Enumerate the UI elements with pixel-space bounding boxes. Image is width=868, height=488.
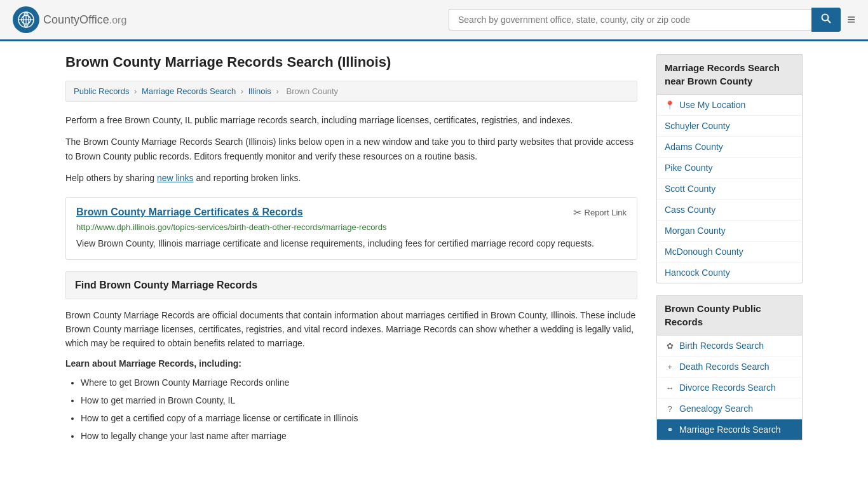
search-input[interactable] — [449, 9, 811, 30]
record-desc: View Brown County, Illinois marriage cer… — [76, 237, 627, 250]
search-area: ≡ — [449, 8, 855, 32]
find-section-body: Brown County Marriage Records are offici… — [65, 308, 637, 351]
sidebar-item-cass[interactable]: Cass County — [657, 200, 802, 220]
schuyler-county-link[interactable]: Schuyler County — [665, 121, 730, 131]
sidebar-item-mcdonough[interactable]: McDonough County — [657, 241, 802, 262]
morgan-county-link[interactable]: Morgan County — [665, 226, 726, 236]
logo-name: CountyOffice.org — [43, 13, 126, 27]
nearby-section: Marriage Records Search near Brown Count… — [656, 54, 803, 283]
sidebar-item-schuyler[interactable]: Schuyler County — [657, 116, 802, 137]
sidebar-item-morgan[interactable]: Morgan County — [657, 220, 802, 241]
breadcrumb: Public Records › Marriage Records Search… — [65, 81, 637, 102]
birth-records-link[interactable]: Birth Records Search — [679, 341, 764, 351]
use-my-location-link[interactable]: Use My Location — [679, 100, 745, 110]
nearby-section-header: Marriage Records Search near Brown Count… — [656, 54, 803, 94]
breadcrumb-illinois[interactable]: Illinois — [248, 86, 271, 96]
list-item: How to get married in Brown County, IL — [81, 391, 637, 409]
breadcrumb-public-records[interactable]: Public Records — [74, 86, 129, 96]
record-card: Brown County Marriage Certificates & Rec… — [65, 197, 637, 260]
svg-point-5 — [822, 15, 829, 21]
sidebar-item-pike[interactable]: Pike County — [657, 158, 802, 179]
sidebar-item-birth[interactable]: ✿ Birth Records Search — [657, 336, 802, 356]
death-records-icon: + — [665, 362, 675, 372]
report-icon: ✂ — [573, 207, 581, 219]
find-section-title: Find Brown County Marriage Records — [75, 280, 628, 291]
divorce-records-icon: ↔ — [665, 383, 675, 393]
marriage-records-icon: ⚭ — [665, 425, 675, 435]
list-item: Where to get Brown County Marriage Recor… — [81, 374, 637, 391]
sidebar-item-adams[interactable]: Adams County — [657, 137, 802, 158]
breadcrumb-marriage-records[interactable]: Marriage Records Search — [142, 86, 236, 96]
logo-icon — [13, 6, 39, 33]
sidebar-item-scott[interactable]: Scott County — [657, 179, 802, 200]
genealogy-icon: ? — [665, 404, 675, 414]
menu-button[interactable]: ≡ — [847, 11, 855, 28]
breadcrumb-brown-county: Brown County — [286, 86, 338, 96]
birth-records-icon: ✿ — [665, 341, 675, 351]
nearby-list: 📍 Use My Location Schuyler County Adams … — [656, 94, 803, 283]
new-links-link[interactable]: new links — [157, 173, 194, 183]
sidebar-item-marriage-active[interactable]: ⚭ Marriage Records Search — [657, 419, 802, 440]
public-records-section: Brown County Public Records ✿ Birth Reco… — [656, 295, 803, 440]
intro-paragraph-2: The Brown County Marriage Records Search… — [65, 135, 637, 163]
sidebar-item-hancock[interactable]: Hancock County — [657, 262, 802, 283]
report-link-btn[interactable]: ✂ Report Link — [573, 207, 627, 219]
mcdonough-county-link[interactable]: McDonough County — [665, 247, 743, 257]
learn-list: Where to get Brown County Marriage Recor… — [65, 374, 637, 445]
public-records-list: ✿ Birth Records Search + Death Records S… — [656, 335, 803, 440]
intro-paragraph-1: Perform a free Brown County, IL public m… — [65, 113, 637, 127]
learn-title: Learn about Marriage Records, including: — [65, 358, 637, 369]
page-title: Brown County Marriage Records Search (Il… — [65, 54, 637, 71]
sidebar-item-genealogy[interactable]: ? Genealogy Search — [657, 398, 802, 419]
sidebar-item-use-my-location[interactable]: 📍 Use My Location — [657, 95, 802, 116]
search-button[interactable] — [811, 8, 841, 32]
marriage-records-link[interactable]: Marriage Records Search — [679, 424, 781, 435]
adams-county-link[interactable]: Adams County — [665, 142, 723, 152]
genealogy-link[interactable]: Genealogy Search — [679, 403, 753, 414]
find-section-header: Find Brown County Marriage Records — [65, 271, 637, 299]
list-item: How to legally change your last name aft… — [81, 427, 637, 445]
svg-line-6 — [828, 20, 831, 24]
location-pin-icon: 📍 — [665, 100, 675, 110]
pike-county-link[interactable]: Pike County — [665, 163, 712, 173]
record-card-title[interactable]: Brown County Marriage Certificates & Rec… — [76, 207, 303, 218]
content-wrapper: Brown County Marriage Records Search (Il… — [53, 41, 815, 464]
divorce-records-link[interactable]: Divorce Records Search — [679, 383, 776, 393]
site-header: CountyOffice.org ≡ — [0, 0, 868, 41]
intro-paragraph-3: Help others by sharing new links and rep… — [65, 171, 637, 185]
sidebar-item-divorce[interactable]: ↔ Divorce Records Search — [657, 377, 802, 398]
record-url[interactable]: http://www.dph.illinois.gov/topics-servi… — [76, 222, 627, 232]
hancock-county-link[interactable]: Hancock County — [665, 268, 730, 278]
sidebar: Marriage Records Search near Brown Count… — [656, 54, 803, 452]
public-records-header: Brown County Public Records — [656, 295, 803, 335]
main-content: Brown County Marriage Records Search (Il… — [65, 54, 637, 452]
death-records-link[interactable]: Death Records Search — [679, 362, 770, 372]
list-item: How to get a certified copy of a marriag… — [81, 409, 637, 427]
sidebar-item-death[interactable]: + Death Records Search — [657, 356, 802, 377]
cass-county-link[interactable]: Cass County — [665, 205, 715, 215]
scott-county-link[interactable]: Scott County — [665, 184, 715, 194]
site-logo[interactable]: CountyOffice.org — [13, 6, 126, 33]
